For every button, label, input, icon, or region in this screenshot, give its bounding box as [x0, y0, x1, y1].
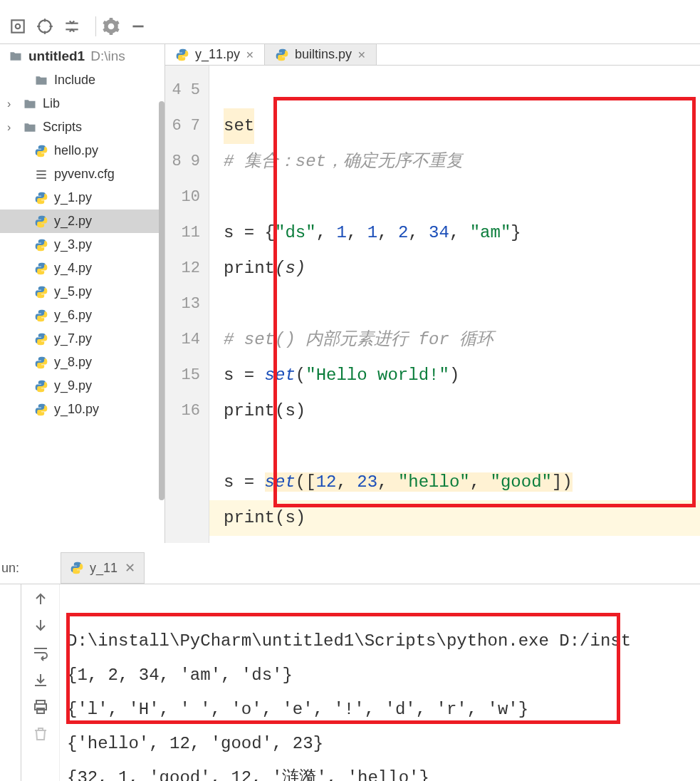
run-gutter-col-1	[0, 584, 21, 781]
crosshair-icon[interactable]	[36, 17, 54, 36]
tree-item-Lib[interactable]: ›Lib	[0, 92, 164, 115]
config-file-icon	[34, 167, 48, 182]
tree-item-y_9-py[interactable]: y_9.py	[0, 374, 164, 398]
tree-scrollbar[interactable]	[159, 101, 164, 500]
folder-icon	[9, 49, 23, 63]
code-text[interactable]: set # 集合：set，确定无序不重复 s = {"ds", 1, 1, 2,…	[209, 66, 700, 543]
tree-item-pyvenv-cfg[interactable]: pyvenv.cfg	[0, 162, 164, 186]
arrow-down-icon[interactable]	[32, 617, 49, 634]
main-split: untitled1 D:\ins Include›Lib›Scriptshell…	[0, 44, 700, 543]
tree-item-label: pyvenv.cfg	[54, 167, 115, 182]
tree-item-y_4-py[interactable]: y_4.py	[0, 257, 164, 280]
tree-item-label: hello.py	[54, 143, 98, 158]
python-file-icon	[34, 309, 48, 323]
tree-item-label: Include	[54, 73, 95, 88]
tree-item-y_5-py[interactable]: y_5.py	[0, 280, 164, 304]
folder-icon	[23, 120, 37, 135]
editor-tab-y_11-py[interactable]: y_11.py✕	[165, 44, 265, 65]
tree-item-y_2-py[interactable]: y_2.py	[0, 210, 164, 233]
tree-item-Scripts[interactable]: ›Scripts	[0, 115, 164, 139]
tree-item-label: y_8.py	[54, 355, 92, 370]
tree-item-y_7-py[interactable]: y_7.py	[0, 327, 164, 351]
close-icon[interactable]: ✕	[246, 49, 254, 61]
folder-icon	[34, 73, 48, 88]
run-tab[interactable]: y_11 ✕	[61, 552, 145, 584]
collapse-icon[interactable]	[63, 17, 81, 36]
tab-label: builtins.py	[295, 47, 352, 62]
code-set-highlight: set	[224, 108, 254, 144]
tree-item-label: y_1.py	[54, 190, 92, 205]
minimize-icon[interactable]	[129, 17, 147, 36]
tree-item-label: y_10.py	[54, 402, 99, 417]
code-area[interactable]: 4 5 6 7 8 9 10 11 12 13 14 15 16 set # 集…	[165, 66, 700, 543]
target-icon[interactable]	[9, 17, 27, 36]
tree-item-label: y_7.py	[54, 331, 92, 346]
console-line-3: {'hello', 12, 'good', 23}	[67, 734, 323, 753]
console-line-1: {1, 2, 34, 'am', 'ds'}	[67, 666, 293, 685]
code-line-7: s = {"ds", 1, 1, 2, 34, "am"}	[224, 223, 521, 242]
svg-rect-0	[11, 20, 23, 32]
svg-point-1	[16, 24, 21, 29]
console-line-4: {32, 1, 'good', 12, '涟漪', 'hello'}	[67, 768, 429, 781]
breadcrumb	[0, 0, 700, 9]
tree-item-label: y_9.py	[54, 378, 92, 393]
code-line-15: print(s)	[224, 508, 305, 527]
run-tab-label: y_11	[90, 561, 117, 576]
trash-icon[interactable]	[32, 725, 49, 743]
tree-item-y_10-py[interactable]: y_10.py	[0, 398, 164, 421]
code-line-8: print(s)	[224, 259, 305, 278]
python-file-icon	[34, 285, 48, 299]
editor-pane: y_11.py✕builtins.py✕ 4 5 6 7 8 9 10 11 1…	[165, 44, 700, 543]
editor-tab-builtins-py[interactable]: builtins.py✕	[265, 44, 377, 65]
python-file-icon	[70, 561, 84, 575]
console-line-2: {'l', 'H', ' ', 'o', 'e', '!', 'd', 'r',…	[67, 700, 528, 719]
tree-item-label: y_5.py	[54, 284, 92, 299]
project-toolbar	[0, 9, 700, 44]
tree-item-label: y_6.py	[54, 308, 92, 323]
editor-tabs: y_11.py✕builtins.py✕	[165, 44, 700, 66]
run-gutter-col-2	[21, 584, 60, 781]
python-file-icon	[34, 356, 48, 370]
tree-item-label: y_2.py	[54, 214, 92, 229]
run-toolwindow-header: un: y_11 ✕	[0, 552, 145, 584]
arrow-up-icon[interactable]	[32, 590, 49, 607]
project-root[interactable]: untitled1 D:\ins	[0, 44, 164, 68]
close-icon[interactable]: ✕	[357, 49, 366, 61]
tree-item-label: Lib	[43, 96, 60, 111]
tree-item-y_1-py[interactable]: y_1.py	[0, 186, 164, 210]
python-file-icon	[34, 403, 48, 417]
project-root-name: untitled1	[28, 48, 85, 64]
scroll-to-end-icon[interactable]	[32, 671, 49, 688]
chevron-right-icon: ›	[7, 121, 17, 134]
code-comment: # 集合：set，确定无序不重复	[224, 152, 463, 171]
python-file-icon	[275, 48, 289, 62]
python-file-icon	[175, 48, 189, 62]
console-cmd: D:\install\PyCharm\untitled1\Scripts\pyt…	[67, 631, 631, 651]
tree-item-label: y_3.py	[54, 237, 92, 252]
run-label: un:	[1, 561, 19, 576]
project-tree: untitled1 D:\ins Include›Lib›Scriptshell…	[0, 44, 165, 543]
python-file-icon	[34, 262, 48, 276]
tab-label: y_11.py	[195, 47, 240, 62]
tree-item-label: Scripts	[43, 120, 82, 135]
tree-item-y_6-py[interactable]: y_6.py	[0, 304, 164, 327]
line-gutter: 4 5 6 7 8 9 10 11 12 13 14 15 16	[165, 66, 209, 543]
console-output[interactable]: D:\install\PyCharm\untitled1\Scripts\pyt…	[60, 584, 700, 781]
tree-item-label: y_4.py	[54, 261, 92, 276]
tree-item-hello-py[interactable]: hello.py	[0, 139, 164, 162]
svg-point-2	[38, 20, 51, 32]
soft-wrap-icon[interactable]	[32, 644, 49, 661]
print-icon[interactable]	[32, 698, 49, 715]
tree-item-y_3-py[interactable]: y_3.py	[0, 233, 164, 257]
close-icon[interactable]: ✕	[125, 560, 135, 576]
tree-item-Include[interactable]: Include	[0, 68, 164, 92]
project-root-path: D:\ins	[90, 48, 125, 64]
python-file-icon	[34, 191, 48, 205]
folder-icon	[23, 97, 37, 111]
code-line-14: s = set([12, 23, "hello", "good"])	[224, 472, 573, 492]
gear-icon[interactable]	[102, 17, 120, 36]
tree-item-y_8-py[interactable]: y_8.py	[0, 351, 164, 374]
code-line-12: print(s)	[224, 401, 305, 420]
python-file-icon	[34, 238, 48, 252]
python-file-icon	[34, 379, 48, 393]
